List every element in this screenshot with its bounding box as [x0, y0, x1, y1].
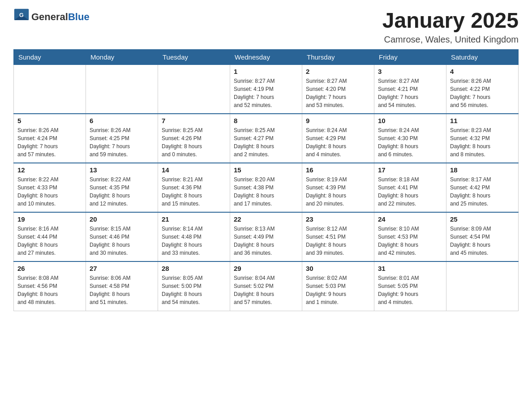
column-header-saturday: Saturday [446, 49, 519, 64]
logo-general: General [31, 11, 68, 22]
calendar-cell: 4Sunrise: 8:26 AMSunset: 4:22 PMDaylight… [446, 64, 519, 114]
day-info: Sunrise: 8:23 AMSunset: 4:32 PMDaylight:… [450, 126, 515, 158]
column-header-monday: Monday [86, 49, 158, 64]
calendar-cell: 16Sunrise: 8:19 AMSunset: 4:39 PMDayligh… [302, 163, 374, 212]
calendar-cell [446, 261, 519, 311]
day-number: 22 [234, 215, 298, 223]
day-number: 4 [450, 68, 515, 75]
day-number: 5 [17, 117, 82, 124]
day-info: Sunrise: 8:27 AMSunset: 4:19 PMDaylight:… [234, 77, 298, 109]
day-info: Sunrise: 8:26 AMSunset: 4:24 PMDaylight:… [17, 126, 82, 158]
day-number: 30 [306, 265, 370, 272]
location: Camrose, Wales, United Kingdom [382, 34, 519, 45]
calendar-cell: 5Sunrise: 8:26 AMSunset: 4:24 PMDaylight… [14, 114, 86, 163]
day-number: 15 [234, 166, 298, 174]
day-number: 31 [378, 265, 442, 272]
day-info: Sunrise: 8:12 AMSunset: 4:51 PMDaylight:… [306, 225, 370, 257]
calendar-cell: 6Sunrise: 8:26 AMSunset: 4:25 PMDaylight… [86, 114, 158, 163]
calendar-cell: 8Sunrise: 8:25 AMSunset: 4:27 PMDaylight… [230, 114, 302, 163]
day-number: 18 [450, 166, 515, 174]
day-number: 16 [306, 166, 370, 174]
calendar-cell: 28Sunrise: 8:05 AMSunset: 5:00 PMDayligh… [158, 261, 230, 311]
calendar-cell: 24Sunrise: 8:10 AMSunset: 4:53 PMDayligh… [374, 212, 446, 261]
calendar-cell: 18Sunrise: 8:17 AMSunset: 4:42 PMDayligh… [446, 163, 519, 212]
day-number: 7 [162, 117, 226, 124]
calendar-cell: 3Sunrise: 8:27 AMSunset: 4:21 PMDaylight… [374, 64, 446, 114]
calendar-cell: 7Sunrise: 8:25 AMSunset: 4:26 PMDaylight… [158, 114, 230, 163]
day-info: Sunrise: 8:16 AMSunset: 4:44 PMDaylight:… [17, 225, 82, 257]
day-info: Sunrise: 8:18 AMSunset: 4:41 PMDaylight:… [378, 176, 442, 208]
day-info: Sunrise: 8:17 AMSunset: 4:42 PMDaylight:… [450, 176, 515, 208]
column-header-sunday: Sunday [14, 49, 86, 64]
day-info: Sunrise: 8:26 AMSunset: 4:22 PMDaylight:… [450, 77, 515, 109]
day-number: 24 [378, 215, 442, 223]
day-info: Sunrise: 8:22 AMSunset: 4:35 PMDaylight:… [90, 176, 154, 208]
day-number: 29 [234, 265, 298, 272]
day-info: Sunrise: 8:08 AMSunset: 4:56 PMDaylight:… [17, 274, 82, 306]
calendar-cell: 21Sunrise: 8:14 AMSunset: 4:48 PMDayligh… [158, 212, 230, 261]
day-number: 8 [234, 117, 298, 124]
day-info: Sunrise: 8:10 AMSunset: 4:53 PMDaylight:… [378, 225, 442, 257]
day-number: 27 [90, 265, 154, 272]
day-number: 19 [17, 215, 82, 223]
calendar-cell [158, 64, 230, 114]
calendar-cell: 30Sunrise: 8:02 AMSunset: 5:03 PMDayligh… [302, 261, 374, 311]
day-info: Sunrise: 8:04 AMSunset: 5:02 PMDaylight:… [234, 274, 298, 306]
day-info: Sunrise: 8:26 AMSunset: 4:25 PMDaylight:… [90, 126, 154, 158]
calendar-cell: 23Sunrise: 8:12 AMSunset: 4:51 PMDayligh… [302, 212, 374, 261]
title-block: January 2025 Camrose, Wales, United King… [382, 9, 519, 45]
day-info: Sunrise: 8:25 AMSunset: 4:26 PMDaylight:… [162, 126, 226, 158]
month-title: January 2025 [382, 9, 519, 33]
calendar-cell: 11Sunrise: 8:23 AMSunset: 4:32 PMDayligh… [446, 114, 519, 163]
svg-text:G: G [19, 12, 24, 18]
calendar-week-row: 1Sunrise: 8:27 AMSunset: 4:19 PMDaylight… [14, 64, 519, 114]
calendar-table: SundayMondayTuesdayWednesdayThursdayFrid… [13, 49, 519, 311]
calendar-cell: 31Sunrise: 8:01 AMSunset: 5:05 PMDayligh… [374, 261, 446, 311]
day-info: Sunrise: 8:01 AMSunset: 5:05 PMDaylight:… [378, 274, 442, 306]
calendar-cell: 10Sunrise: 8:24 AMSunset: 4:30 PMDayligh… [374, 114, 446, 163]
page-header: G GeneralBlue January 2025 Camrose, Wale… [13, 9, 519, 45]
day-info: Sunrise: 8:27 AMSunset: 4:21 PMDaylight:… [378, 77, 442, 109]
calendar-cell: 14Sunrise: 8:21 AMSunset: 4:36 PMDayligh… [158, 163, 230, 212]
calendar-week-row: 5Sunrise: 8:26 AMSunset: 4:24 PMDaylight… [14, 114, 519, 163]
day-number: 1 [234, 68, 298, 75]
day-number: 28 [162, 265, 226, 272]
day-number: 14 [162, 166, 226, 174]
day-info: Sunrise: 8:25 AMSunset: 4:27 PMDaylight:… [234, 126, 298, 158]
day-number: 12 [17, 166, 82, 174]
column-header-tuesday: Tuesday [158, 49, 230, 64]
calendar-week-row: 12Sunrise: 8:22 AMSunset: 4:33 PMDayligh… [14, 163, 519, 212]
day-number: 6 [90, 117, 154, 124]
calendar-cell: 13Sunrise: 8:22 AMSunset: 4:35 PMDayligh… [86, 163, 158, 212]
day-info: Sunrise: 8:21 AMSunset: 4:36 PMDaylight:… [162, 176, 226, 208]
day-info: Sunrise: 8:24 AMSunset: 4:30 PMDaylight:… [378, 126, 442, 158]
calendar-header-row: SundayMondayTuesdayWednesdayThursdayFrid… [14, 49, 519, 64]
day-number: 25 [450, 215, 515, 223]
day-info: Sunrise: 8:27 AMSunset: 4:20 PMDaylight:… [306, 77, 370, 109]
logo-icon: G [13, 8, 30, 24]
calendar-cell: 2Sunrise: 8:27 AMSunset: 4:20 PMDaylight… [302, 64, 374, 114]
day-number: 9 [306, 117, 370, 124]
logo: G GeneralBlue [13, 9, 90, 25]
day-info: Sunrise: 8:20 AMSunset: 4:38 PMDaylight:… [234, 176, 298, 208]
calendar-cell: 26Sunrise: 8:08 AMSunset: 4:56 PMDayligh… [14, 261, 86, 311]
calendar-cell: 27Sunrise: 8:06 AMSunset: 4:58 PMDayligh… [86, 261, 158, 311]
calendar-cell: 17Sunrise: 8:18 AMSunset: 4:41 PMDayligh… [374, 163, 446, 212]
calendar-cell: 20Sunrise: 8:15 AMSunset: 4:46 PMDayligh… [86, 212, 158, 261]
day-number: 26 [17, 265, 82, 272]
column-header-thursday: Thursday [302, 49, 374, 64]
column-header-friday: Friday [374, 49, 446, 64]
column-header-wednesday: Wednesday [230, 49, 302, 64]
calendar-week-row: 26Sunrise: 8:08 AMSunset: 4:56 PMDayligh… [14, 261, 519, 311]
day-number: 23 [306, 215, 370, 223]
logo-blue: Blue [68, 11, 90, 22]
day-info: Sunrise: 8:06 AMSunset: 4:58 PMDaylight:… [90, 274, 154, 306]
day-number: 13 [90, 166, 154, 174]
calendar-cell: 9Sunrise: 8:24 AMSunset: 4:29 PMDaylight… [302, 114, 374, 163]
day-info: Sunrise: 8:22 AMSunset: 4:33 PMDaylight:… [17, 176, 82, 208]
day-number: 2 [306, 68, 370, 75]
day-info: Sunrise: 8:14 AMSunset: 4:48 PMDaylight:… [162, 225, 226, 257]
day-info: Sunrise: 8:09 AMSunset: 4:54 PMDaylight:… [450, 225, 515, 257]
day-number: 11 [450, 117, 515, 124]
day-info: Sunrise: 8:24 AMSunset: 4:29 PMDaylight:… [306, 126, 370, 158]
